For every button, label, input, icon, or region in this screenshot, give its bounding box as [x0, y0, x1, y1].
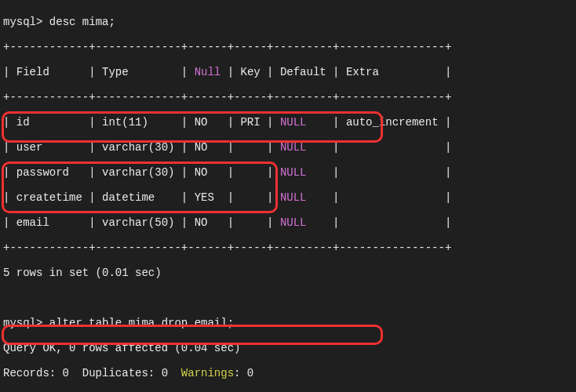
table-row: | createtime | datetime | YES | | NULL |…	[3, 191, 574, 204]
table-row: | user | varchar(30) | NO | | NULL | |	[3, 141, 574, 154]
cmd-line: mysql> desc mima;	[3, 16, 574, 28]
table-row: | email | varchar(50) | NO | | NULL | |	[3, 216, 574, 229]
result-line: Records: 0 Duplicates: 0 Warnings: 0	[3, 367, 574, 379]
result-line: Query OK, 0 rows affected (0.04 sec)	[3, 342, 574, 354]
summary: 5 rows in set (0.01 sec)	[3, 267, 574, 279]
table-border: +------------+-------------+------+-----…	[3, 91, 574, 103]
table-row: | id | int(11) | NO | PRI | NULL | auto_…	[3, 116, 574, 129]
table-header: | Field | Type | Null | Key | Default | …	[3, 66, 574, 78]
terminal[interactable]: mysql> desc mima; +------------+--------…	[0, 0, 576, 392]
table-row: | password | varchar(30) | NO | | NULL |…	[3, 166, 574, 179]
cmd-line: mysql> alter table mima drop email;	[3, 317, 574, 329]
table-border: +------------+-------------+------+-----…	[3, 41, 574, 53]
blank	[3, 292, 574, 304]
table-border: +------------+-------------+------+-----…	[3, 241, 574, 254]
